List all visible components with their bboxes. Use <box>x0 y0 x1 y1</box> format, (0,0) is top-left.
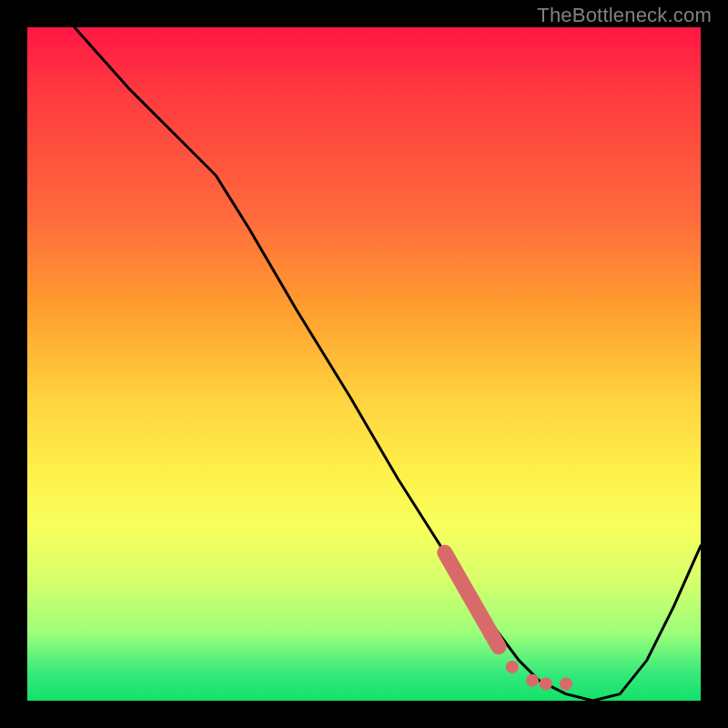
chart-curve <box>75 27 701 701</box>
highlight-dot <box>560 678 572 691</box>
chart-frame: TheBottleneck.com <box>0 0 728 728</box>
highlight-dot <box>540 678 552 691</box>
highlight-dot <box>506 661 519 673</box>
attribution-text: TheBottleneck.com <box>537 4 712 27</box>
highlight-dot <box>526 674 539 687</box>
chart-plot-area <box>27 27 701 701</box>
chart-svg <box>27 27 701 701</box>
highlight-dots <box>506 661 572 691</box>
highlight-segment <box>445 552 499 647</box>
